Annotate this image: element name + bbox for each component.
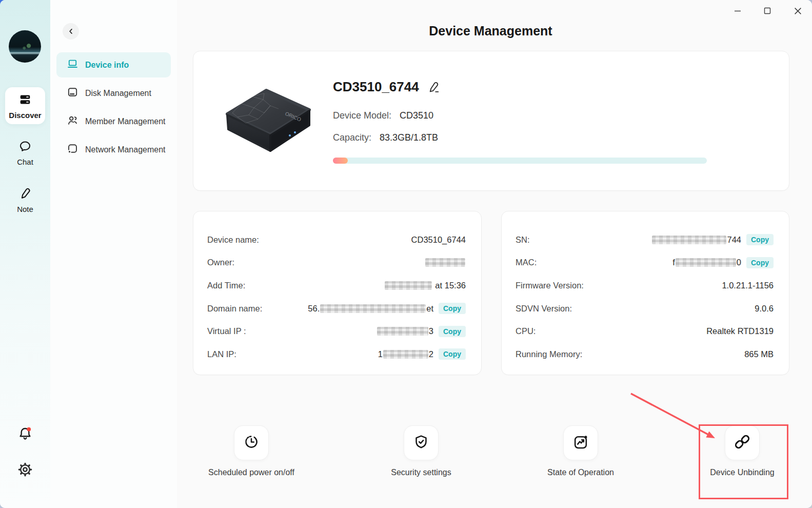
- action-label: Security settings: [391, 468, 451, 477]
- detail-value: CD3510_6744: [411, 235, 466, 245]
- laptop-icon: [67, 58, 78, 72]
- tab-device-info[interactable]: Device info: [56, 52, 171, 77]
- bell-icon: [17, 426, 33, 443]
- copy-button[interactable]: Copy: [746, 257, 774, 268]
- operation-chart-icon: [573, 434, 588, 452]
- detail-row: Owner:: [207, 251, 466, 275]
- detail-value: 0: [737, 258, 741, 267]
- maximize-button[interactable]: [760, 3, 775, 18]
- device-details-card: Device name: CD3510_6744 Owner: Add Time…: [193, 211, 482, 375]
- unbind-link-icon: [735, 434, 750, 452]
- state-of-operation-button[interactable]: State of Operation: [529, 425, 632, 477]
- redacted-value: [676, 258, 736, 267]
- detail-row: Virtual IP : 3 Copy: [207, 320, 466, 343]
- device-model-label: Device Model:: [333, 110, 391, 121]
- detail-value: et: [426, 304, 433, 314]
- detail-value: 2: [429, 349, 433, 359]
- detail-row: Domain name: 56. et Copy: [207, 297, 466, 320]
- device-unbinding-button[interactable]: Device Unbinding: [691, 425, 794, 477]
- detail-value: 56.: [308, 304, 320, 314]
- main-content: Device Management: [177, 0, 812, 508]
- redacted-value: [652, 236, 726, 244]
- disk-icon: [67, 86, 78, 100]
- detail-row: SN: 744 Copy: [516, 228, 774, 251]
- detail-row: Add Time: at 15:36: [207, 274, 466, 297]
- left-rail: Discover Chat Note: [0, 0, 50, 508]
- sidebar-item-chat[interactable]: Chat: [0, 140, 50, 166]
- tab-label: Network Management: [85, 145, 166, 154]
- detail-label: CPU:: [516, 326, 536, 336]
- detail-value: 1: [378, 349, 383, 359]
- detail-label: Firmware Version:: [516, 281, 584, 290]
- detail-label: SDVN Version:: [516, 304, 572, 314]
- detail-value: at 15:36: [435, 281, 466, 290]
- gear-icon: [17, 462, 33, 479]
- detail-row: Firmware Version: 1.0.21.1-1156: [516, 274, 774, 297]
- redacted-value: [320, 304, 426, 313]
- detail-row: CPU: Realtek RTD1319: [516, 320, 774, 343]
- action-label: Device Unbinding: [710, 468, 774, 477]
- detail-row: SDVN Version: 9.0.6: [516, 297, 774, 320]
- sidebar-item-note[interactable]: Note: [0, 187, 50, 213]
- detail-row: Running Memory: 865 MB: [516, 343, 774, 366]
- detail-value: Realtek RTD1319: [706, 326, 774, 336]
- tab-label: Disk Management: [85, 89, 151, 98]
- copy-button[interactable]: Copy: [746, 234, 774, 245]
- detail-label: MAC:: [516, 258, 537, 267]
- detail-label: SN:: [516, 235, 530, 245]
- detail-row: Device name: CD3510_6744: [207, 228, 466, 251]
- sidebar-item-label: Discover: [9, 111, 41, 120]
- security-settings-button[interactable]: Security settings: [370, 425, 472, 477]
- page-title: Device Management: [193, 24, 788, 38]
- detail-value: 3: [429, 326, 433, 336]
- close-button[interactable]: [790, 3, 805, 18]
- device-model-value: CD3510: [400, 110, 433, 121]
- redacted-value: [385, 281, 432, 290]
- detail-label: Device name:: [207, 235, 259, 245]
- capacity-value: 83.3GB/1.8TB: [380, 132, 438, 143]
- detail-label: Owner:: [207, 258, 234, 267]
- capacity-progress-fill: [333, 158, 348, 164]
- tab-label: Member Management: [85, 117, 166, 126]
- redacted-value: [425, 258, 465, 267]
- detail-label: LAN IP:: [207, 349, 236, 359]
- detail-value: 9.0.6: [755, 304, 774, 314]
- tab-network-management[interactable]: Network Management: [56, 137, 171, 162]
- tab-label: Device info: [85, 61, 129, 70]
- device-summary-card: ORICO CD3510_6744 Device Model: CD3510: [193, 51, 789, 191]
- sidebar-item-discover[interactable]: Discover: [5, 87, 45, 124]
- notifications-button[interactable]: [0, 426, 50, 443]
- action-label: Scheduled power on/off: [208, 468, 294, 477]
- detail-row: MAC: f 0 Copy: [516, 251, 774, 275]
- redacted-value: [377, 327, 428, 336]
- detail-value: 1.0.21.1-1156: [722, 281, 774, 290]
- app-window: Discover Chat Note: [0, 0, 812, 508]
- copy-button[interactable]: Copy: [439, 326, 466, 337]
- back-button[interactable]: [63, 23, 79, 40]
- detail-row: LAN IP: 1 2 Copy: [207, 343, 466, 366]
- copy-button[interactable]: Copy: [439, 303, 466, 314]
- detail-value: 865 MB: [744, 349, 774, 359]
- detail-label: Add Time:: [207, 281, 245, 290]
- tab-disk-management[interactable]: Disk Management: [56, 81, 171, 106]
- avatar[interactable]: [9, 30, 41, 63]
- members-icon: [67, 114, 78, 128]
- schedule-clock-icon: [244, 434, 259, 452]
- shield-check-icon: [413, 434, 429, 452]
- sidebar-item-label: Chat: [17, 158, 33, 166]
- device-product-image: ORICO: [215, 81, 318, 161]
- tab-member-management[interactable]: Member Management: [56, 109, 171, 134]
- detail-label: Domain name:: [207, 304, 262, 314]
- device-name: CD3510_6744: [333, 79, 419, 95]
- action-label: State of Operation: [547, 468, 614, 477]
- capacity-label: Capacity:: [333, 132, 371, 143]
- edit-device-name-icon[interactable]: [427, 81, 440, 93]
- scheduled-power-button[interactable]: Scheduled power on/off: [200, 425, 303, 477]
- capacity-progress-bar: [333, 158, 707, 164]
- discover-icon: [18, 93, 32, 108]
- copy-button[interactable]: Copy: [439, 348, 466, 360]
- settings-button[interactable]: [0, 462, 50, 479]
- sidebar-item-label: Note: [17, 205, 33, 213]
- detail-value: 744: [727, 235, 741, 245]
- minimize-button[interactable]: [730, 3, 745, 18]
